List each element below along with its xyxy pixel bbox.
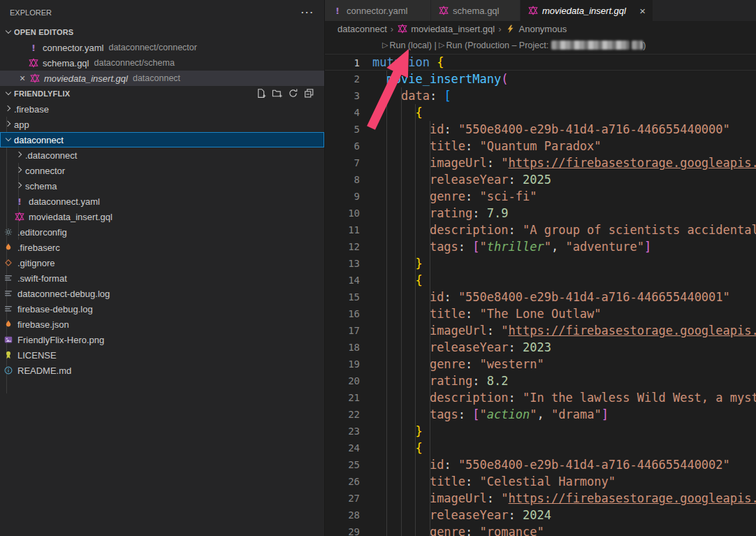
code-text: imageUrl: "https://firebasestorage.googl… [360, 490, 756, 507]
explorer-titlebar: EXPLORER ··· [0, 0, 324, 24]
line-number: 13 [325, 255, 360, 272]
tree-item-firebase-debug-log[interactable]: firebase-debug.log [0, 301, 324, 317]
code-line-3[interactable]: 3 data: [ [325, 87, 756, 104]
run-production-link[interactable]: Run (Production – Project: [446, 41, 551, 50]
tree-item-label: .firebaserc [17, 242, 60, 253]
line-number: 21 [325, 389, 360, 406]
line-number: 14 [325, 272, 360, 289]
code-line-12[interactable]: 12 tags: ["thriller", "adventure"] [325, 238, 756, 255]
code-line-29[interactable]: 29 genre: "romance" [325, 523, 756, 536]
code-line-26[interactable]: 26 title: "Celestial Harmony" [325, 473, 756, 490]
tree-item-dataconnect-yaml[interactable]: !dataconnect.yaml [0, 194, 324, 209]
tree-item-license[interactable]: LICENSE [0, 347, 324, 363]
code-line-11[interactable]: 11 description: "A group of scientists a… [325, 222, 756, 238]
new-file-icon[interactable] [256, 88, 266, 100]
code-line-2[interactable]: 2 movie_insertMany( [325, 71, 756, 87]
breadcrumb-item-anonymous[interactable]: Anonymous [505, 23, 567, 34]
code-text: description: "In the lawless Wild West, … [360, 389, 756, 406]
tree-item-firebaserc[interactable]: .firebaserc [0, 240, 324, 255]
tree-item-editorconfig[interactable]: .editorconfig [0, 224, 324, 240]
code-line-25[interactable]: 25 id: "550e8400-e29b-41d4-a716-44665544… [325, 456, 756, 473]
tree-item-app[interactable]: app [0, 117, 324, 132]
code-line-6[interactable]: 6 title: "Quantum Paradox" [325, 138, 756, 154]
tab-label: moviedata_insert.gql [542, 6, 626, 16]
doc-icon [3, 303, 14, 314]
open-editor-connector-yaml[interactable]: !connector.yamldataconnect/connector [0, 40, 324, 55]
file-description: dataconnect [133, 73, 180, 83]
more-actions-icon[interactable]: ··· [301, 7, 314, 17]
close-tab-icon[interactable]: × [634, 5, 646, 17]
tree-item-gitignore[interactable]: .gitignore [0, 255, 324, 270]
open-editor-moviedata-insert-gql[interactable]: ×moviedata_insert.gqldataconnect [0, 71, 324, 86]
collapse-all-icon[interactable] [304, 88, 314, 100]
code-line-23[interactable]: 23 } [325, 423, 756, 440]
tree-item-dataconnect-debug-log[interactable]: dataconnect-debug.log [0, 286, 324, 301]
close-editor-icon[interactable]: × [17, 73, 28, 84]
tab-moviedata-insert-gql[interactable]: moviedata_insert.gql× [521, 0, 653, 21]
code-line-9[interactable]: 9 genre: "sci-fi" [325, 188, 756, 205]
code-line-15[interactable]: 15 id: "550e8400-e29b-41d4-a716-44665544… [325, 289, 756, 305]
redacted-project-id [551, 41, 630, 50]
code-line-8[interactable]: 8 releaseYear: 2025 [325, 171, 756, 188]
breadcrumb-item-moviedata-insert-gql[interactable]: moviedata_insert.gql [397, 23, 495, 34]
line-number: 8 [325, 171, 360, 188]
line-number: 25 [325, 456, 360, 473]
tab-schema-gql[interactable]: schema.gql [431, 0, 521, 21]
code-line-17[interactable]: 17 imageUrl: "https://firebasestorage.go… [325, 322, 756, 339]
tree-item-dataconnect[interactable]: dataconnect [0, 132, 324, 147]
tree-item-label: LICENSE [17, 350, 57, 361]
tree-item-label: dataconnect-debug.log [17, 289, 110, 299]
workspace-header[interactable]: FRIENDLYFLIX [0, 86, 324, 101]
file-description: dataconnect/connector [108, 43, 196, 52]
code-line-28[interactable]: 28 releaseYear: 2024 [325, 507, 756, 523]
info-icon [3, 365, 14, 376]
code-line-10[interactable]: 10 rating: 7.9 [325, 205, 756, 222]
indent-guide [386, 71, 387, 536]
tree-item-firebase[interactable]: .firebase [0, 101, 324, 117]
tab-connector-yaml[interactable]: !connector.yaml [325, 0, 431, 21]
code-line-22[interactable]: 22 tags: ["action", "drama"] [325, 406, 756, 423]
code-line-27[interactable]: 27 imageUrl: "https://firebasestorage.go… [325, 490, 756, 507]
code-line-20[interactable]: 20 rating: 8.2 [325, 372, 756, 389]
run-local-link[interactable]: Run (local) [389, 41, 431, 50]
code-text: { [360, 104, 423, 121]
symbol-event-icon [505, 23, 516, 34]
tree-item-moviedata-insert-gql[interactable]: moviedata_insert.gql [0, 209, 324, 224]
tab-label: schema.gql [453, 6, 499, 16]
tree-item-swift-format[interactable]: .swift-format [0, 270, 324, 286]
code-line-14[interactable]: 14 { [325, 272, 756, 289]
code-line-4[interactable]: 4 { [325, 104, 756, 121]
line-number: 4 [325, 104, 360, 121]
open-editor-schema-gql[interactable]: schema.gqldataconnect/schema [0, 55, 324, 71]
line-number: 1 [325, 55, 360, 70]
breadcrumb-item-dataconnect[interactable]: dataconnect [337, 24, 387, 34]
tree-item-schema[interactable]: schema [0, 178, 324, 194]
code-line-1[interactable]: 1mutation { [325, 54, 756, 71]
tree-item-label: connector [25, 166, 65, 176]
graphql-icon [528, 5, 539, 16]
code-line-19[interactable]: 19 genre: "western" [325, 356, 756, 372]
code-line-16[interactable]: 16 title: "The Lone Outlaw" [325, 305, 756, 322]
code-line-5[interactable]: 5 id: "550e8400-e29b-41d4-a716-446655440… [325, 121, 756, 138]
editor-pane: ▷Run (local) | ▷Run (Production – Projec… [325, 36, 756, 536]
tree-item-friendlyflix-hero-png[interactable]: FriendlyFlix-Hero.png [0, 332, 324, 347]
tree-item-label: firebase.json [17, 319, 69, 330]
codelens-suffix: ) [643, 41, 646, 50]
tree-item-dataconnect[interactable]: .dataconnect [0, 147, 324, 163]
breadcrumb-label: Anonymous [519, 24, 567, 34]
code-line-18[interactable]: 18 releaseYear: 2023 [325, 339, 756, 356]
code-line-7[interactable]: 7 imageUrl: "https://firebasestorage.goo… [325, 154, 756, 171]
code-line-21[interactable]: 21 description: "In the lawless Wild Wes… [325, 389, 756, 406]
code-line-13[interactable]: 13 } [325, 255, 756, 272]
explorer-sidebar: EXPLORER ··· OPEN EDITORS !connector.yam… [0, 0, 325, 536]
line-number: 18 [325, 339, 360, 356]
git-icon [3, 257, 14, 268]
code-text: genre: "western" [360, 356, 544, 372]
tree-item-firebase-json[interactable]: firebase.json [0, 317, 324, 332]
open-editors-header[interactable]: OPEN EDITORS [0, 24, 324, 40]
tree-item-readme-md[interactable]: README.md [0, 363, 324, 378]
refresh-icon[interactable] [288, 88, 298, 100]
tree-item-connector[interactable]: connector [0, 163, 324, 178]
new-folder-icon[interactable] [272, 88, 282, 100]
code-line-24[interactable]: 24 { [325, 440, 756, 456]
